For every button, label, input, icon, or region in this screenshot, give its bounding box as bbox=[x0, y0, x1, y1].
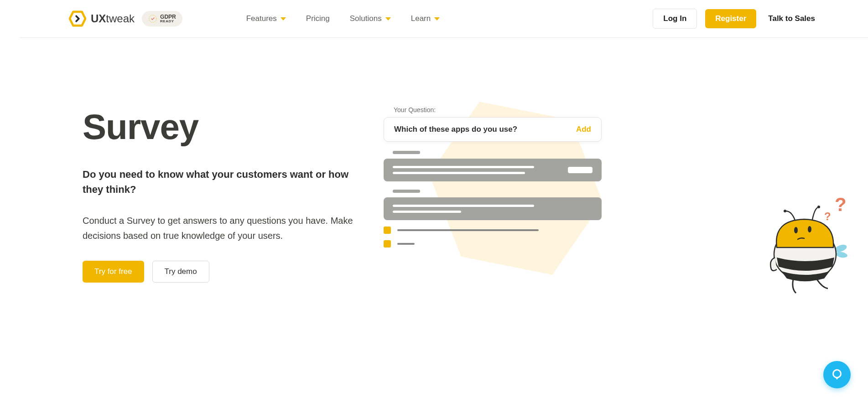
checkbox-placeholder-row bbox=[384, 227, 819, 234]
hero-button-group: Try for free Try demo bbox=[83, 261, 365, 283]
logo-text: UXtweak bbox=[91, 12, 135, 25]
caret-down-icon bbox=[385, 17, 391, 21]
svg-point-6 bbox=[817, 206, 820, 208]
svg-point-5 bbox=[784, 210, 786, 212]
svg-point-8 bbox=[835, 251, 848, 258]
placeholder-label bbox=[393, 190, 420, 193]
placeholder-box bbox=[384, 197, 602, 220]
hero-description: Conduct a Survey to get answers to any q… bbox=[83, 213, 365, 243]
question-text: Which of these apps do you use? bbox=[394, 125, 517, 134]
placeholder-box bbox=[384, 159, 602, 181]
placeholder-line bbox=[397, 229, 539, 231]
logo[interactable]: UXtweak bbox=[69, 10, 135, 27]
hero-subtitle: Do you need to know what your customers … bbox=[83, 167, 365, 197]
chat-widget-button[interactable] bbox=[823, 361, 851, 388]
svg-marker-0 bbox=[70, 12, 85, 26]
nav-label: Learn bbox=[411, 14, 431, 23]
main-navbar: UXtweak GDPR READY Features Pricing bbox=[20, 0, 868, 38]
svg-point-10 bbox=[794, 227, 798, 233]
svg-point-13 bbox=[834, 371, 840, 377]
placeholder-line bbox=[393, 166, 534, 168]
gdpr-sub-label: READY bbox=[160, 20, 176, 23]
hero-section: Survey Do you need to know what your cus… bbox=[20, 38, 868, 334]
nav-label: Pricing bbox=[306, 14, 330, 23]
nav-item-features[interactable]: Features bbox=[246, 14, 286, 23]
checkbox-icon bbox=[384, 227, 391, 234]
placeholder-line bbox=[397, 243, 415, 245]
nav-item-pricing[interactable]: Pricing bbox=[306, 14, 330, 23]
checkbox-placeholder-row bbox=[384, 240, 819, 247]
nav-left-group: UXtweak GDPR READY bbox=[69, 10, 182, 27]
nav-right-group: Log In Register Talk to Sales bbox=[653, 9, 819, 29]
hero-title: Survey bbox=[83, 106, 365, 148]
logo-hex-icon bbox=[69, 10, 86, 27]
nav-label: Features bbox=[246, 14, 277, 23]
survey-mockup: Your Question: Which of these apps do yo… bbox=[384, 106, 819, 247]
checkbox-icon bbox=[384, 240, 391, 247]
try-demo-button[interactable]: Try demo bbox=[152, 261, 209, 283]
bee-illustration-icon: ? ? bbox=[769, 197, 855, 307]
svg-point-11 bbox=[808, 226, 811, 232]
hero-content: Survey Do you need to know what your cus… bbox=[83, 106, 365, 334]
placeholder-button bbox=[568, 167, 593, 173]
caret-down-icon bbox=[281, 17, 286, 21]
placeholder-line bbox=[393, 205, 534, 207]
nav-item-solutions[interactable]: Solutions bbox=[350, 14, 391, 23]
placeholder-block-2 bbox=[384, 190, 819, 220]
caret-down-icon bbox=[434, 17, 440, 21]
nav-center-menu: Features Pricing Solutions Learn bbox=[246, 14, 440, 23]
hero-illustration: Your Question: Which of these apps do yo… bbox=[384, 106, 819, 334]
question-input-mockup: Which of these apps do you use? Add bbox=[384, 117, 602, 142]
login-button[interactable]: Log In bbox=[653, 9, 697, 29]
placeholder-line bbox=[393, 211, 461, 213]
try-free-button[interactable]: Try for free bbox=[83, 261, 144, 283]
placeholder-label bbox=[393, 151, 420, 154]
register-button[interactable]: Register bbox=[705, 9, 756, 28]
add-label: Add bbox=[576, 125, 591, 134]
placeholder-line bbox=[393, 172, 525, 174]
gdpr-badge: GDPR READY bbox=[142, 11, 182, 26]
chat-bubble-icon bbox=[830, 368, 844, 381]
talk-to-sales-button[interactable]: Talk to Sales bbox=[764, 9, 819, 28]
nav-item-learn[interactable]: Learn bbox=[411, 14, 440, 23]
bee-mascot: ? ? bbox=[769, 197, 855, 309]
placeholder-block-1 bbox=[384, 151, 819, 181]
svg-text:?: ? bbox=[824, 210, 831, 222]
question-label: Your Question: bbox=[394, 106, 819, 113]
gdpr-stars-icon bbox=[148, 14, 157, 23]
nav-label: Solutions bbox=[350, 14, 382, 23]
svg-text:?: ? bbox=[835, 197, 847, 215]
